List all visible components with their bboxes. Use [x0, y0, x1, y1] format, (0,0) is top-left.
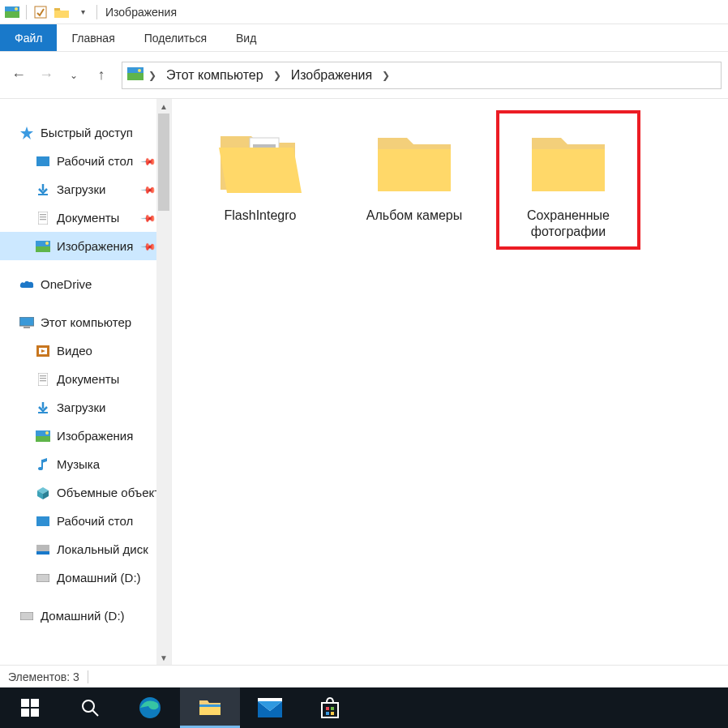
- address-bar[interactable]: ❯ Этот компьютер ❯ Изображения ❯: [122, 62, 722, 89]
- folder-item[interactable]: Альбом камеры: [345, 113, 483, 230]
- sidebar-item-label: Объемные объекты: [57, 486, 169, 499]
- svg-rect-44: [31, 699, 39, 707]
- svg-rect-15: [36, 246, 50, 252]
- sidebar-documents-2[interactable]: Документы: [0, 365, 171, 393]
- nav-row: ← → ⌄ ↑ ❯ Этот компьютер ❯ Изображения ❯: [0, 52, 728, 99]
- sidebar-scrollbar[interactable]: ▲ ▼: [156, 99, 171, 665]
- sidebar-documents[interactable]: Документы 📌: [0, 203, 171, 232]
- sidebar-desktop[interactable]: Рабочий стол 📌: [0, 147, 171, 175]
- scroll-thumb[interactable]: [158, 113, 169, 211]
- taskbar-file-explorer[interactable]: [180, 687, 240, 728]
- sidebar-3d-objects[interactable]: Объемные объекты: [0, 478, 171, 507]
- svg-rect-55: [331, 707, 334, 710]
- sidebar-onedrive[interactable]: OneDrive: [0, 270, 171, 298]
- svg-point-2: [15, 7, 18, 11]
- nav-recent-chevron-icon[interactable]: ⌄: [62, 63, 86, 88]
- nav-up-button[interactable]: ↑: [89, 63, 113, 88]
- sidebar-home-d-2[interactable]: Домашний (D:): [0, 602, 171, 630]
- breadcrumb-this-pc[interactable]: Этот компьютер: [161, 68, 268, 83]
- svg-rect-28: [36, 436, 50, 442]
- sidebar-local-disk[interactable]: Локальный диск: [0, 535, 171, 563]
- sidebar-desktop-2[interactable]: Рабочий стол: [0, 507, 171, 535]
- svg-rect-56: [326, 712, 329, 715]
- local-disk-icon: [36, 542, 50, 557]
- sidebar-pictures[interactable]: Изображения 📌: [0, 232, 171, 260]
- breadcrumb-chevron-icon[interactable]: ❯: [147, 70, 158, 81]
- taskbar-mail[interactable]: [240, 687, 300, 728]
- sidebar-videos[interactable]: Видео: [0, 336, 171, 365]
- scroll-up-arrow-icon[interactable]: ▲: [156, 99, 171, 113]
- sidebar-quick-access[interactable]: Быстрый доступ: [0, 118, 171, 147]
- sidebar-downloads[interactable]: Загрузки 📌: [0, 175, 171, 203]
- tab-home[interactable]: Главная: [57, 24, 129, 51]
- taskbar-store[interactable]: [300, 687, 360, 728]
- desktop-icon: [36, 154, 50, 169]
- sidebar-item-label: Изображения: [57, 239, 133, 253]
- svg-point-29: [45, 431, 49, 435]
- taskbar-search-button[interactable]: [60, 687, 120, 728]
- svg-rect-40: [253, 144, 276, 148]
- folder-icon: [520, 120, 617, 201]
- folder-item[interactable]: FlashIntegro: [191, 113, 329, 230]
- downloads-arrow-icon: [36, 182, 50, 197]
- svg-rect-26: [38, 412, 48, 413]
- svg-rect-13: [40, 219, 46, 220]
- start-button[interactable]: [0, 687, 60, 728]
- nav-forward-button[interactable]: →: [34, 63, 58, 88]
- folder-open-icon: [212, 120, 309, 201]
- sidebar-home-d[interactable]: Домашний (D:): [0, 563, 171, 592]
- svg-rect-45: [21, 709, 29, 717]
- scroll-down-arrow-icon[interactable]: ▼: [156, 650, 171, 665]
- svg-rect-1: [5, 11, 19, 18]
- drive-icon: [36, 571, 50, 585]
- new-folder-qat-icon[interactable]: [53, 3, 71, 21]
- status-count: 3: [73, 670, 79, 683]
- tab-share[interactable]: Поделиться: [130, 24, 221, 51]
- sidebar-pictures-2[interactable]: Изображения: [0, 422, 171, 450]
- tab-file[interactable]: Файл: [0, 24, 57, 51]
- pictures-location-icon: [127, 67, 143, 84]
- this-pc-icon: [19, 315, 34, 330]
- pin-icon: 📌: [140, 209, 157, 226]
- pictures-icon: [36, 239, 50, 254]
- status-bar: Элементов: 3: [0, 665, 728, 687]
- main-area: Быстрый доступ Рабочий стол 📌 Загрузки 📌: [0, 99, 728, 665]
- sidebar-this-pc[interactable]: Этот компьютер: [0, 308, 171, 336]
- svg-rect-43: [21, 699, 29, 707]
- breadcrumb-pictures[interactable]: Изображения: [286, 68, 378, 83]
- pictures-app-icon: [3, 3, 21, 21]
- folder-grid: FlashIntegro Альбом камеры: [191, 113, 728, 246]
- sidebar-item-label: Домашний (D:): [57, 571, 141, 585]
- nav-back-button[interactable]: ←: [6, 63, 31, 88]
- pin-icon: 📌: [140, 181, 157, 198]
- properties-qat-icon[interactable]: [32, 3, 49, 21]
- pin-icon: 📌: [140, 152, 157, 169]
- folder-label: Альбом камеры: [366, 208, 462, 224]
- folder-item-highlighted[interactable]: Сохраненные фотографии: [499, 113, 637, 246]
- folder-icon: [366, 120, 463, 201]
- sidebar-item-label: Этот компьютер: [41, 315, 131, 329]
- taskbar-edge[interactable]: [120, 687, 180, 728]
- mail-icon: [258, 698, 282, 717]
- svg-rect-38: [20, 612, 33, 620]
- pin-icon: 📌: [140, 238, 157, 255]
- svg-rect-50: [199, 704, 221, 707]
- sidebar-item-label: Загрузки: [57, 400, 105, 414]
- sidebar-item-label: Рабочий стол: [57, 514, 133, 528]
- tab-view[interactable]: Вид: [221, 24, 271, 51]
- sidebar-item-label: Рабочий стол: [57, 154, 133, 168]
- svg-marker-7: [20, 126, 33, 139]
- breadcrumb-chevron-icon[interactable]: ❯: [272, 70, 283, 81]
- svg-rect-34: [36, 516, 49, 526]
- svg-rect-24: [40, 378, 46, 379]
- content-pane[interactable]: FlashIntegro Альбом камеры: [172, 99, 728, 665]
- qat-customize-chevron-icon[interactable]: ▾: [74, 3, 92, 21]
- svg-rect-12: [40, 216, 46, 217]
- sidebar-music[interactable]: Музыка: [0, 450, 171, 478]
- sidebar-downloads-2[interactable]: Загрузки: [0, 393, 171, 422]
- breadcrumb-chevron-icon[interactable]: ❯: [380, 70, 392, 81]
- music-note-icon: [36, 457, 50, 472]
- svg-rect-57: [331, 712, 334, 715]
- folder-label: FlashIntegro: [225, 208, 297, 224]
- separator: [88, 670, 88, 683]
